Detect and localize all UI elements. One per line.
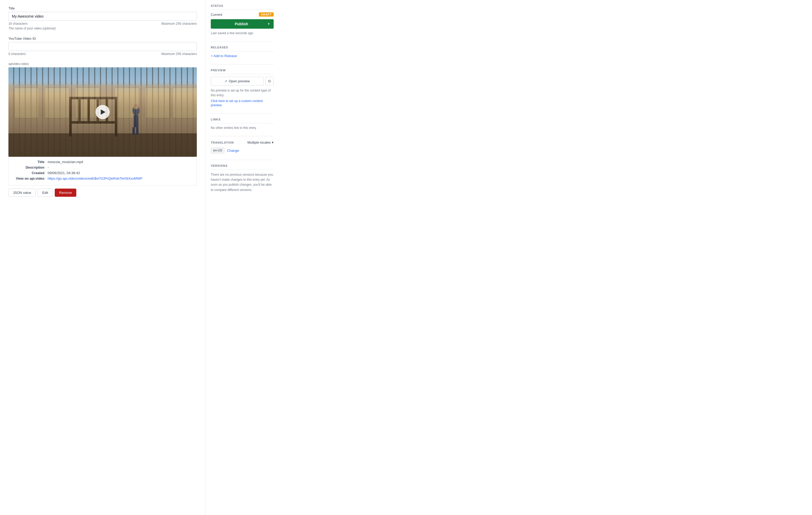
divider-4 [211,136,274,136]
svg-rect-11 [69,121,117,124]
meta-title-val: moscow_musician.mp4 [48,160,83,164]
meta-title-key: Title [13,160,45,164]
meta-created-row: Created 09/06/2021, 04:38:42 [13,171,192,175]
meta-created-key: Created [13,171,45,175]
play-icon [101,110,106,115]
edit-button[interactable]: Edit [38,189,52,197]
change-locale-button[interactable]: Change [227,149,239,153]
open-preview-label: Open preview [229,79,250,83]
releases-section-title: RELEASES [211,46,274,51]
open-preview-button[interactable]: Open preview [211,77,264,86]
last-saved-text: Last saved a few seconds ago [211,31,274,35]
copy-icon: ⧉ [268,79,271,83]
svg-rect-13 [87,99,90,121]
status-section: STATUS Current DRAFT Publish ▾ Last save… [211,4,274,35]
releases-section: RELEASES + Add to Release [211,46,274,58]
locale-row: en-US Change [211,148,274,153]
svg-point-20 [134,104,139,110]
meta-view-link[interactable]: https://go.api.video/videos/edit/$vi70JP… [48,177,142,180]
versions-note: There are no previous versions because y… [211,172,274,192]
youtube-field-group: YouTube Video ID 0 characters Maximum 25… [8,36,197,56]
json-value-button[interactable]: JSON value [8,189,35,197]
divider-2 [211,64,274,64]
preview-section-title: PREVIEW [211,69,274,74]
youtube-max-chars: Maximum 256 characters [161,52,197,56]
meta-title-row: Title moscow_musician.mp4 [13,160,192,164]
youtube-meta: 0 characters Maximum 256 characters [8,52,197,56]
preview-note: No preview is set up for the content typ… [211,88,274,98]
sidebar: STATUS Current DRAFT Publish ▾ Last save… [205,0,279,515]
links-note: No other entries link to this entry. [211,126,274,130]
title-field-group: Title 16 characters Maximum 256 characte… [8,6,197,30]
title-label: Title [8,6,197,10]
svg-rect-8 [69,97,71,136]
meta-view-row: View on api.video https://go.api.video/v… [13,177,192,180]
links-section: LINKS No other entries link to this entr… [211,118,274,130]
translation-header-row: TRANSLATION Multiple locales ▾ [211,141,274,144]
versions-section: VERSIONS There are no previous versions … [211,164,274,192]
preview-input-row: Open preview ⧉ [211,77,274,86]
locale-select-label: Multiple locales [247,141,271,144]
svg-rect-3 [45,88,69,118]
locale-chevron-icon: ▾ [272,141,274,144]
meta-description-key: Description [13,165,45,170]
svg-rect-19 [136,127,138,135]
preview-setup-link[interactable]: Click here to set up a custom content pr… [211,99,263,107]
video-container [8,67,197,157]
draft-badge: DRAFT [259,12,274,17]
main-content: Title 16 characters Maximum 256 characte… [0,0,205,515]
meta-view-key: View on api.video [13,177,45,180]
video-widget-group: apivideo-video [8,62,197,197]
youtube-input[interactable] [8,42,197,51]
copy-preview-button[interactable]: ⧉ [265,77,274,86]
widget-label: apivideo-video [8,62,197,66]
youtube-char-count: 0 characters [8,52,26,56]
locale-select-button[interactable]: Multiple locales ▾ [247,141,274,144]
meta-description-row: Description - [13,165,192,170]
title-hint: The name of your video (optional) [8,27,197,30]
remove-button[interactable]: Remove [55,189,76,197]
publish-button[interactable]: Publish ▾ [211,19,274,29]
title-meta: 16 characters Maximum 256 characters [8,22,197,26]
external-link-icon [225,79,227,83]
current-label: Current [211,12,222,17]
title-input[interactable] [8,12,197,21]
meta-description-val: - [48,165,49,170]
play-button[interactable] [95,105,110,119]
translation-section: TRANSLATION Multiple locales ▾ en-US Cha… [211,141,274,153]
divider-3 [211,113,274,114]
status-section-title: STATUS [211,4,274,10]
svg-rect-2 [14,88,39,118]
title-char-count: 16 characters [8,22,28,26]
video-metadata: Title moscow_musician.mp4 Description - … [8,157,197,185]
title-max-chars: Maximum 256 characters [161,22,197,26]
versions-section-title: VERSIONS [211,164,274,170]
links-section-title: LINKS [211,118,274,123]
chevron-down-icon: ▾ [268,22,269,26]
video-thumbnail [8,67,197,157]
locale-badge: en-US [211,148,225,153]
svg-rect-9 [115,97,117,136]
svg-rect-18 [132,127,135,135]
svg-rect-17 [134,115,138,127]
translation-section-title: TRANSLATION [211,141,234,144]
svg-rect-10 [69,97,117,99]
preview-section: PREVIEW Open preview ⧉ No preview is set… [211,69,274,107]
svg-rect-6 [145,88,170,118]
svg-rect-7 [173,88,197,118]
video-actions: JSON value Edit Remove [8,189,197,197]
add-to-release-button[interactable]: + Add to Release [211,54,237,58]
svg-rect-12 [79,99,81,121]
svg-rect-0 [8,133,197,157]
publish-btn-text: Publish [215,22,268,26]
youtube-label: YouTube Video ID [8,36,197,40]
status-row: Current DRAFT [211,12,274,17]
meta-created-val: 09/06/2021, 04:38:42 [48,171,80,175]
